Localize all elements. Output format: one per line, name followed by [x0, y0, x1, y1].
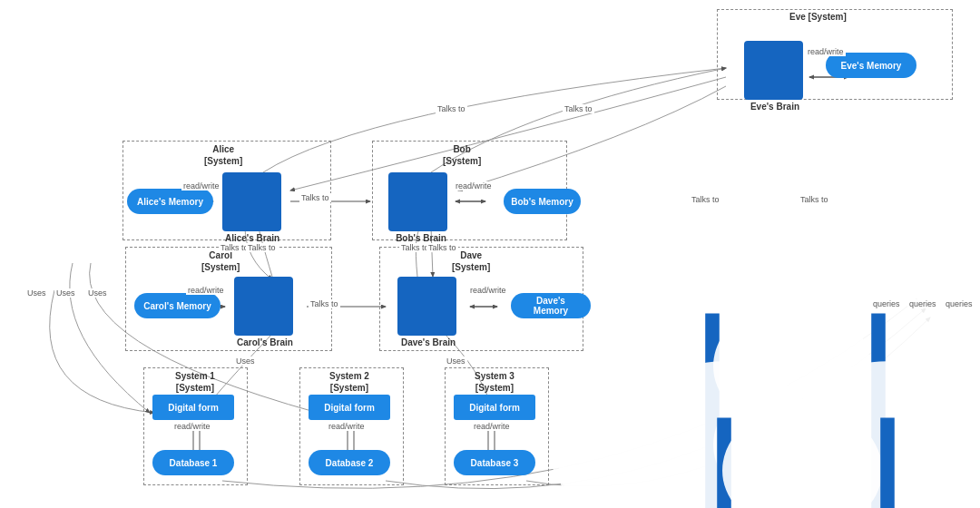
system3-form-node[interactable]: Digital form	[454, 395, 535, 420]
alice-bob-talks-label: Talks to	[299, 193, 331, 202]
carol-system-label: Carol[System]	[201, 249, 240, 273]
system2-readwrite-label: read/write	[327, 422, 367, 431]
system1-readwrite-label: read/write	[172, 422, 212, 431]
system1-form-node[interactable]: Digital form	[152, 395, 234, 420]
alice-brain-label: Alice's Brain	[216, 233, 289, 243]
system2-label: System 2[System]	[329, 370, 369, 394]
bob-memory-node[interactable]: Bob's Memory	[504, 189, 581, 214]
dave-readwrite-label: read/write	[468, 286, 508, 295]
uses-label-2: Uses	[54, 288, 77, 298]
system2-form-node[interactable]: Digital form	[309, 395, 390, 420]
alice-memory-node[interactable]: Alice's Memory	[127, 189, 213, 214]
alice-brain-node[interactable]	[222, 172, 281, 231]
queries-label-3: queries	[944, 299, 975, 308]
eve-brain-node[interactable]	[744, 41, 803, 100]
carol-readwrite-label: read/write	[186, 286, 226, 295]
bob-readwrite-label: read/write	[454, 181, 494, 190]
eve-bob-talks-label: Talks to	[799, 195, 830, 204]
alice-readwrite-label: read/write	[181, 181, 221, 190]
alice-eve-talks-label: Talks to	[436, 104, 467, 113]
bob-dave-talks-label2: Talks to	[426, 243, 458, 252]
eve-memory-node[interactable]: Eve's Memory	[826, 53, 916, 78]
eve-alice-talks-label: Talks to	[690, 195, 721, 204]
carol-brain-label: Carol's Brain	[229, 337, 301, 347]
db3-node[interactable]: Database 3	[454, 450, 535, 475]
system3-readwrite-label: read/write	[472, 422, 512, 431]
alice-system-label: Alice[System]	[204, 143, 242, 167]
carol-uses-label: Uses	[234, 357, 257, 366]
dave-brain-node[interactable]	[397, 277, 456, 336]
bob-brain-label: Bob's Brain	[385, 233, 457, 243]
diagram-container: Eve [System] Eve's Brain Eve's Memory re…	[0, 0, 980, 508]
uses-label-1: Uses	[25, 288, 48, 298]
uses-label-3: Uses	[86, 288, 109, 298]
db2-node[interactable]: Database 2	[309, 450, 390, 475]
dave-system-label: Dave[System]	[452, 249, 490, 273]
carol-dave-talks-label: Talks to	[309, 299, 340, 308]
system1-label: System 1[System]	[175, 370, 215, 394]
carol-brain-node[interactable]	[234, 277, 293, 336]
dave-memory-node[interactable]: Dave's Memory	[511, 293, 591, 318]
alice-carol-talks-label2: Talks to	[246, 243, 278, 252]
queries-label-2: queries	[907, 299, 938, 308]
eve-readwrite-label: read/write	[806, 47, 846, 56]
carol-memory-node[interactable]: Carol's Memory	[134, 293, 220, 318]
eve-system-label: Eve [System]	[789, 11, 847, 23]
db1-node[interactable]: Database 1	[152, 450, 234, 475]
eve-brain-label: Eve's Brain	[739, 102, 811, 112]
bob-system-label: Bob[System]	[443, 143, 481, 167]
dave-brain-label: Dave's Brain	[392, 337, 465, 347]
bob-eve-talks-label: Talks to	[563, 104, 594, 113]
bob-brain-node[interactable]	[388, 172, 447, 231]
dave-uses-label: Uses	[445, 357, 467, 366]
system3-label: System 3[System]	[475, 370, 514, 394]
queries-label-1: queries	[871, 299, 902, 308]
